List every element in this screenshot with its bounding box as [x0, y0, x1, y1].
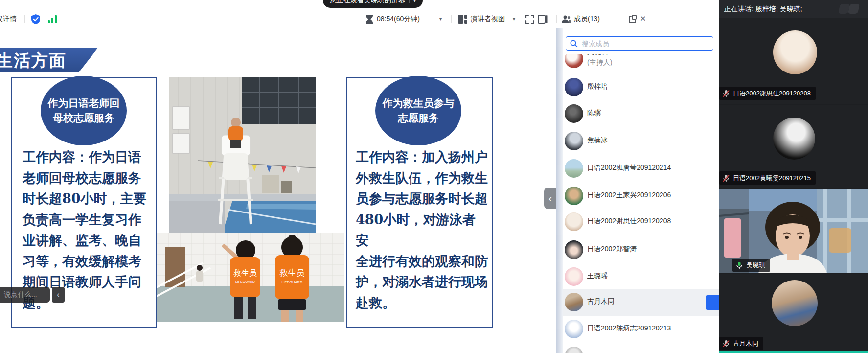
slide-title: 生活方面 [0, 49, 89, 72]
member-name: 焦楠冰 [587, 136, 608, 145]
avatar [565, 320, 583, 338]
view-mode-chevron-icon[interactable]: ▾ [513, 16, 515, 22]
video-sidebar: 正在讲话: 殷梓培; 吴晓琪; 日语2002谢思佳209120208 [719, 0, 868, 353]
search-area [563, 27, 719, 54]
member-name: 日语2002陈炳志209120213 [587, 324, 671, 333]
banner-divider [409, 0, 410, 3]
hourglass-icon [365, 15, 373, 24]
member-role-host: (主持人) [587, 58, 612, 67]
toolbar-divider [451, 15, 452, 23]
member-row[interactable]: 日语2002班唐莹209120214 [563, 155, 719, 182]
search-input[interactable] [581, 39, 709, 48]
meeting-toolbar: 议详情 08:54(60分钟) ▾ 演讲者视图 ▾ [0, 10, 719, 28]
slide-right-card-badge: 作为救生员参与 志愿服务 [375, 76, 461, 145]
member-name: 王璐瑶 [587, 272, 608, 281]
side-panel-toggle-icon[interactable] [538, 15, 548, 24]
avatar [772, 280, 818, 326]
speaking-label: 正在讲话: [724, 5, 754, 14]
avatar [773, 118, 815, 160]
avatar [565, 159, 583, 178]
member-row[interactable]: 日语2002王家兴209120206 [563, 183, 719, 209]
video-tile[interactable]: 日语2002黄曦雯209120215 [719, 105, 868, 188]
avatar [565, 78, 583, 96]
chat-placeholder: 说点什么... [4, 290, 37, 299]
speaker-view-icon[interactable] [458, 15, 467, 24]
participant-name: 日语2002黄曦雯209120215 [733, 174, 811, 183]
member-row[interactable]: 焦楠冰 [563, 128, 719, 154]
screen-scrollbar[interactable] [556, 27, 563, 353]
video-tile-active-camera[interactable]: 吴晓琪 [719, 189, 868, 273]
member-row[interactable]: 王璐瑶 [563, 263, 719, 290]
video-tile-nameplate: 吴晓琪 [732, 259, 770, 272]
shared-screen-area: 生活方面 作为日语老师回 母校志愿服务 工作内容：作为日语 老师回母校志愿服务 … [0, 27, 556, 353]
chat-input-bubble[interactable]: 说点什么... [0, 287, 50, 303]
panel-collapse-handle[interactable]: ‹ [544, 188, 556, 209]
chevron-down-icon[interactable]: ▾ [413, 0, 416, 3]
watching-screen-label: 您正在观看吴晓琪的屏幕 [330, 0, 405, 5]
avatar [565, 104, 583, 123]
speaking-indicator: 正在讲话: 殷梓培; 吴晓琪; [719, 0, 868, 18]
participant-name: 日语2002谢思佳209120208 [733, 89, 811, 98]
participant-name: 吴晓琪 [746, 261, 765, 270]
view-mode-button[interactable]: 演讲者视图 [471, 15, 505, 24]
member-search-box[interactable] [566, 36, 713, 51]
participant-name: 古月木同 [733, 339, 758, 348]
members-panel: 吴晓琪 (主持人) 殷梓培 陈骥 焦楠冰 日语2002 [563, 27, 719, 353]
mic-muted-icon [722, 174, 730, 182]
fullscreen-icon[interactable] [525, 15, 534, 24]
avatar [565, 132, 583, 150]
member-row[interactable]: 殷梓培 [563, 74, 719, 100]
video-tile-nameplate: 日语2002谢思佳209120208 [719, 87, 816, 100]
network-signal-icon[interactable] [48, 15, 58, 23]
member-hover-action-button[interactable] [706, 295, 719, 310]
member-name: 日语2002王家兴209120206 [587, 191, 671, 200]
member-name: 陈骥 [587, 109, 601, 118]
speaking-names: 殷梓培; 吴晓琪; [755, 5, 802, 14]
mic-muted-icon [722, 90, 730, 97]
distant-person [196, 265, 203, 282]
chat-collapse-button[interactable]: ‹ [52, 287, 65, 303]
member-name: 殷梓培 [587, 82, 608, 91]
shirt-text: 救生员 [279, 268, 305, 278]
member-row[interactable]: 日语2002谢思佳209120208 [563, 209, 719, 235]
meeting-details-link[interactable]: 议详情 [0, 15, 17, 24]
avatar [565, 187, 583, 205]
member-row[interactable]: 日语2002郑智涛 [563, 236, 719, 263]
mic-muted-icon [722, 340, 730, 348]
video-tile-nameplate: 古月木同 [719, 337, 763, 350]
timer-chevron-icon[interactable]: ▾ [439, 16, 442, 22]
avatar [565, 240, 583, 259]
member-name: 日语2002郑智涛 [587, 245, 637, 254]
toolbar-divider [521, 15, 521, 23]
member-row[interactable]: 陈骥 [563, 100, 719, 127]
photo-lifeguards-back: 救生员 LIFEGUARD 救生员 LIFEGUARD [157, 233, 344, 322]
search-icon [570, 40, 578, 47]
member-row[interactable]: 日语2002陈炳志209120213 [563, 316, 719, 342]
avatar [565, 212, 583, 231]
toolbar-divider [24, 15, 25, 23]
shirt-subtext: LIFEGUARD [282, 280, 303, 284]
member-name: 古月木同 [587, 297, 615, 306]
member-row-highlighted[interactable]: 古月木同 [563, 289, 719, 316]
slide-left-card-badge: 作为日语老师回 母校志愿服务 [41, 76, 127, 145]
shirt-subtext: LIFEGUARD [235, 280, 255, 283]
avatar [565, 293, 583, 311]
photo-pool-lifeguard-chair [169, 77, 316, 233]
close-panel-icon[interactable]: ✕ [640, 14, 646, 23]
video-tile[interactable]: 古月木同 [719, 274, 868, 351]
shirt-text: 救生员 [233, 269, 257, 277]
security-shield-icon[interactable] [30, 14, 41, 24]
member-row-partial[interactable] [563, 343, 719, 353]
member-name: 日语2002班唐莹209120214 [587, 164, 671, 172]
pop-out-panel-icon[interactable] [628, 15, 637, 24]
members-icon [562, 15, 571, 23]
members-tab-label[interactable]: 成员(13) [574, 15, 600, 24]
meeting-app-window: 您正在观看吴晓琪的屏幕 ▾ 议详情 08:54(60分钟) ▾ 演讲者视图 ▾ [0, 0, 868, 353]
slide-right-card-body: 工作内容：加入扬州户 外救生队伍，作为救生 员参与志愿服务时长超 480小时，对… [356, 147, 489, 313]
share-border-line [719, 351, 868, 353]
avatar [773, 30, 817, 74]
video-tile-nameplate: 日语2002黄曦雯209120215 [719, 171, 816, 185]
meeting-timer[interactable]: 08:54(60分钟) [377, 15, 420, 24]
watching-screen-banner[interactable]: 您正在观看吴晓琪的屏幕 ▾ [323, 0, 423, 8]
video-tile[interactable]: 日语2002谢思佳209120208 [719, 18, 868, 104]
